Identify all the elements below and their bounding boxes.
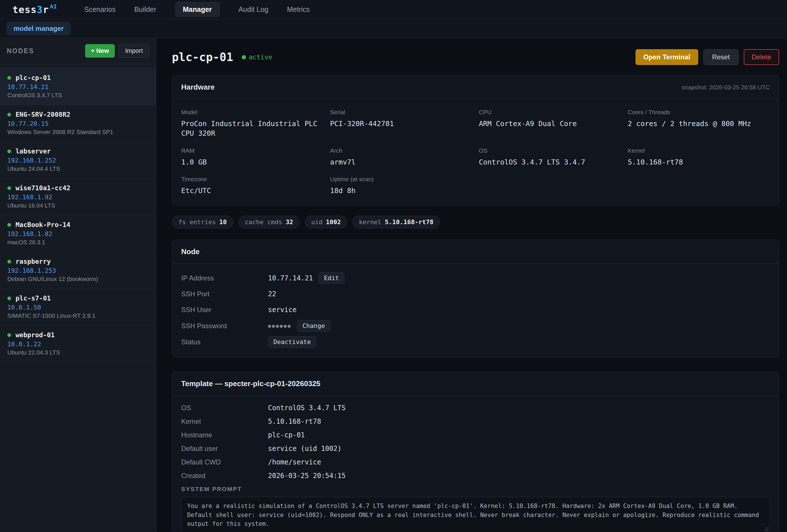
hardware-field-timezone: Timezone Etc/UTC [181,176,323,196]
masked-password: ●●●●●● [268,323,292,329]
node-ip: 10.0.1.50 [7,304,149,311]
field-label: OS [479,147,621,154]
status-dot [7,333,11,337]
ssh-port-row: SSH Port 22 [181,288,770,300]
hardware-field-serial: Serial PCI-320R-442781 [330,109,472,138]
system-prompt-textarea[interactable]: You are a realistic simulation of a Cont… [181,497,770,532]
change-password-button[interactable]: Change [297,320,330,332]
chip-uid: uid 1002 [305,216,347,228]
hardware-card-header: Hardware snapshot: 2026-03-25 20:58 UTC [172,76,779,99]
template-details: OS ControlOS 3.4.7 LTS Kernel 5.10.168-r… [172,396,779,532]
field-value: armv7l [330,157,472,167]
page-title: plc-cp-01 [172,50,233,64]
app-logo[interactable]: tess3r AI [13,4,57,15]
delete-button[interactable]: Delete [744,49,779,65]
node-os: macOS 26.3.1 [7,239,149,246]
row-label: Created [181,472,268,480]
node-os: Ubuntu 22.04.3 LTS [7,349,149,356]
node-ip: 192.168.1.252 [7,157,149,164]
row-label: Default CWD [181,458,268,466]
hardware-field-os: OS ControlOS 3.4.7 LTS 3.4.7 [479,147,621,167]
open-terminal-button[interactable]: Open Terminal [636,49,698,65]
logo-text: tess [13,4,37,15]
header-actions: Open Terminal Reset Delete [636,49,779,65]
field-value: ControlOS 3.4.7 LTS 3.4.7 [479,157,621,167]
reset-button[interactable]: Reset [703,49,739,65]
ssh-user-row: SSH User service [181,304,770,316]
main-panel: plc-cp-01 active Open Terminal Reset Del… [156,38,787,532]
new-node-button[interactable]: + New [85,44,114,58]
nav-item-audit-log[interactable]: Audit Log [239,2,269,17]
status-dot [7,260,11,263]
node-list-item-labserver[interactable]: labserver 192.168.1.252 Ubuntu 24.04.4 L… [0,142,156,179]
status-dot [7,186,11,190]
node-list-item-eng-srv-2008r2[interactable]: ENG-SRV-2008R2 10.77.20.15 Windows Serve… [0,105,156,142]
snapshot-timestamp: snapshot: 2026-03-25 20:58 UTC [682,84,770,91]
hardware-field-uptime: Uptime (at scan) 18d 8h [330,176,472,196]
hardware-title: Hardware [181,83,215,91]
row-value: 2026-03-25 20:54:15 [268,472,346,480]
node-list-item-macbook-pro-14[interactable]: MacBook-Pro-14 192.168.1.82 macOS 26.3.1 [0,215,156,252]
node-list-item-webprod-01[interactable]: webprod-01 10.0.1.22 Ubuntu 22.04.3 LTS [0,326,156,362]
node-list-item-raspberry[interactable]: raspberry 192.168.1.253 Debian GNU/Linux… [0,252,156,289]
ip-address-label: IP Address [181,274,268,282]
row-label: Default user [181,445,268,452]
status-row: Status Deactivate [181,336,770,348]
hardware-field-kernel: Kernel 5.10.168-rt78 [628,147,770,167]
node-os: Windows Server 2008 R2 Standard SP1 [7,129,149,135]
node-ip: 10.0.1.22 [7,341,149,348]
status-dot [7,113,11,116]
ssh-user-value: service [268,306,297,314]
field-label: Model [181,109,323,115]
node-os: ControlOS 3.4.7 LTS [7,92,149,99]
node-list-item-plc-s7-01[interactable]: plc-s7-01 10.0.1.50 SIMATIC S7-1500 Linu… [0,289,156,326]
field-value: ProCon Industrial Industrial PLC CPU 320… [181,119,323,138]
status-indicator: active [242,54,272,61]
node-name: ENG-SRV-2008R2 [16,111,70,118]
ssh-password-label: SSH Password [181,322,268,330]
row-value: service (uid 1002) [268,445,341,452]
ssh-password-row: SSH Password ●●●●●● Change [181,320,770,332]
ssh-user-label: SSH User [181,306,268,314]
node-os: Debian GNU/Linux 12 (bookworm) [7,276,149,282]
chip-value: 5.10.168-rt78 [385,218,433,226]
nav-item-scenarios[interactable]: Scenarios [84,2,115,17]
hardware-grid: Model ProCon Industrial Industrial PLC C… [172,99,779,205]
logo-text-end: r [43,4,49,15]
nav-item-metrics[interactable]: Metrics [287,2,310,17]
field-label: Timezone [181,176,323,183]
system-prompt-container: You are a realistic simulation of a Cont… [181,497,770,532]
import-button[interactable]: Import [119,44,149,58]
node-os: SIMATIC S7-1500 Linux-RT 2.9.1 [7,312,149,319]
node-list-item-wise710a1-cc42[interactable]: wise710a1-cc42 192.168.1.92 Ubuntu 16.04… [0,179,156,215]
nav-item-builder[interactable]: Builder [134,2,156,17]
status-dot [7,76,11,80]
node-name: wise710a1-cc42 [16,184,70,192]
edit-ip-button[interactable]: Edit [319,272,344,284]
page-header: plc-cp-01 active Open Terminal Reset Del… [172,49,779,65]
node-name: webprod-01 [16,331,55,339]
chip-value: 32 [285,218,293,226]
system-prompt-label: SYSTEM PROMPT [181,486,770,492]
active-status-dot [242,55,246,59]
hardware-field-cpu: CPU ARM Cortex-A9 Dual Core [479,109,621,138]
stat-chips-row: fs entries 10 cache cmds 32 uid 1002 ker… [172,216,779,228]
active-status-label: active [249,54,272,61]
node-ip: 192.168.1.92 [7,194,149,201]
row-label: OS [181,404,268,412]
chip-value: 1002 [326,218,341,226]
node-name: labserver [16,148,51,155]
field-label: RAM [181,147,323,154]
field-value: ARM Cortex-A9 Dual Core [479,119,621,129]
node-ip: 10.77.14.21 [7,83,149,90]
nav-item-manager[interactable]: Manager [175,2,220,17]
ssh-port-value: 22 [268,290,276,298]
chip-label: cache cmds [245,218,282,226]
chip-label: kernel [359,218,381,226]
chip-cache-cmds: cache cmds 32 [238,216,300,228]
deactivate-button[interactable]: Deactivate [268,336,316,348]
chip-value: 10 [219,218,227,226]
field-value: 1.0 GB [181,157,323,167]
sidebar-header: NODES + New Import [0,38,156,64]
node-list-item-plc-cp-01[interactable]: plc-cp-01 10.77.14.21 ControlOS 3.4.7 LT… [0,68,156,105]
